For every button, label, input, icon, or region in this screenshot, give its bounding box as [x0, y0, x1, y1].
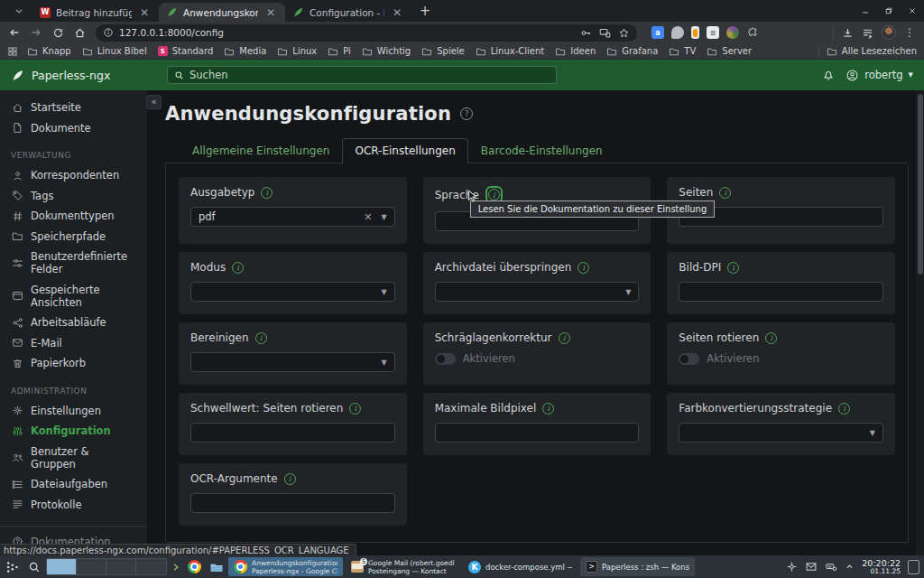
maximale-bildpixel-input[interactable]: [435, 423, 640, 443]
close-window-button[interactable]: [901, 0, 924, 22]
tab-ocr-einstellungen[interactable]: OCR-Einstellungen: [342, 138, 467, 163]
extension-icon[interactable]: [691, 26, 699, 39]
bookmark-star-icon[interactable]: [618, 27, 630, 39]
page-scrollbar[interactable]: [916, 90, 924, 555]
tab-allgemeine-einstellungen[interactable]: Allgemeine Einstellungen: [180, 138, 342, 163]
sidebar-item-email[interactable]: E-Mail: [0, 333, 147, 353]
restore-button[interactable]: [877, 0, 901, 22]
bereinigen-select[interactable]: ▼: [190, 352, 395, 372]
field-info-icon[interactable]: i: [719, 187, 731, 199]
url-bar[interactable]: 127.0.0.1:8000/config: [96, 24, 637, 42]
bookmark-linux[interactable]: Linux: [272, 45, 322, 58]
taskbar-task-3[interactable]: Kdocker-compose.yml — Kate: [463, 557, 578, 576]
taskbar-task-4[interactable]: >Paperless : zsh — Konsole: [580, 557, 695, 576]
extension-icon[interactable]: a: [651, 26, 664, 39]
browser-tab-2[interactable]: Anwendungskonfiguration✕: [159, 3, 285, 22]
sidebar-item-arbeitsablaeufe[interactable]: Arbeitsabläufe: [0, 312, 147, 332]
search-input[interactable]: [189, 69, 550, 81]
modus-select[interactable]: ▼: [190, 282, 395, 302]
field-info-icon[interactable]: i: [838, 403, 850, 415]
tray-expand-icon[interactable]: [845, 562, 855, 572]
schwellwert-seiten-rotieren-input[interactable]: [190, 423, 395, 443]
forward-icon[interactable]: [27, 23, 45, 42]
sidebar-item-papierkorb[interactable]: Papierkorb: [0, 353, 147, 373]
desktop-2[interactable]: [77, 559, 106, 574]
page-help-icon[interactable]: ?: [460, 107, 473, 120]
taskbar-task-2[interactable]: Google Mail (robert.goedl76)Posteingang …: [346, 557, 460, 576]
bookmark-tv[interactable]: TV: [663, 45, 701, 58]
back-icon[interactable]: [5, 23, 23, 42]
field-info-icon[interactable]: i: [765, 332, 777, 344]
minimize-button[interactable]: [854, 0, 877, 22]
bild-dpi-input[interactable]: [679, 282, 883, 302]
reload-icon[interactable]: [49, 23, 67, 42]
browser-sidepanel-icon[interactable]: [862, 27, 873, 39]
scrollbar-thumb[interactable]: [918, 94, 923, 275]
desktop-3[interactable]: [106, 559, 136, 574]
tray-widgets-icon[interactable]: [786, 561, 798, 573]
bookmark-linux-client[interactable]: Linux-Client: [470, 45, 550, 58]
ausgabetyp-select[interactable]: pdf✕▼: [190, 207, 395, 227]
downloads-icon[interactable]: [842, 27, 854, 39]
tray-input-devices-icon[interactable]: [825, 561, 837, 573]
sidebar-item-speicherpfade[interactable]: Speicherpfade: [0, 227, 147, 247]
browser-menu-icon[interactable]: ⋮: [904, 26, 915, 39]
url-text[interactable]: 127.0.0.1:8000/config: [119, 27, 575, 38]
sidebar-item-dokumente[interactable]: Dokumente: [0, 118, 147, 138]
bookmark-wichtig[interactable]: Wichtig: [356, 45, 416, 58]
browser-tab-1[interactable]: WBeitrag hinzufügen ‹ Linux✕: [32, 3, 159, 22]
show-desktop-button[interactable]: [908, 560, 919, 574]
file-manager-icon[interactable]: [207, 557, 226, 576]
paperless-brand[interactable]: Paperless-ngx: [11, 69, 164, 82]
home-icon[interactable]: [70, 23, 88, 42]
field-info-icon[interactable]: i: [578, 262, 589, 274]
sidebar-item-konfiguration[interactable]: Konfiguration: [0, 421, 147, 441]
site-info-icon[interactable]: [103, 27, 114, 38]
field-info-icon[interactable]: i: [727, 262, 739, 274]
virtual-desktop-pager[interactable]: [46, 558, 167, 575]
sidebar-item-gespeicherte-ansichten[interactable]: Gespeicherte Ansichten: [0, 280, 147, 312]
user-menu[interactable]: robertg ▼: [845, 69, 913, 82]
sidebar-collapse-button[interactable]: «: [146, 95, 162, 109]
tray-mail-icon[interactable]: [805, 561, 818, 573]
extension-icon[interactable]: ≡: [707, 26, 719, 39]
sidebar-item-benutzerdefinierte-felder[interactable]: Benutzerdefinierte Felder: [0, 247, 147, 279]
field-info-icon[interactable]: i: [488, 189, 500, 200]
bookmark-grafana[interactable]: Grafana: [601, 45, 663, 58]
field-info-icon[interactable]: i: [349, 403, 361, 415]
panel-expand-icon[interactable]: [170, 557, 182, 576]
sidebar-item-einstellungen[interactable]: Einstellungen: [0, 401, 147, 421]
new-tab-button[interactable]: +: [415, 1, 435, 21]
tab-close-icon[interactable]: ✕: [390, 6, 404, 19]
clear-icon[interactable]: ✕: [364, 211, 372, 223]
taskbar-task-1[interactable]: Anwendungskonfiguration -Paperless-ngx -…: [228, 557, 343, 576]
field-info-icon[interactable]: i: [261, 187, 273, 199]
ocr-argumente-input[interactable]: [190, 493, 395, 513]
desktop-4[interactable]: [136, 559, 166, 574]
app-launcher-icon[interactable]: [3, 557, 22, 576]
extension-icon[interactable]: [726, 26, 739, 39]
tab-close-icon[interactable]: ✕: [263, 6, 278, 19]
clock[interactable]: 20:20:22 01.11.25: [862, 559, 901, 575]
archivdatei-ueberspringen-select[interactable]: ▼: [435, 282, 640, 302]
all-bookmarks-label[interactable]: Alle Lesezeichen: [842, 46, 917, 56]
bookmark-pi[interactable]: Pi: [322, 45, 356, 58]
bookmark-linux-bibel[interactable]: Linux Bibel: [77, 45, 152, 58]
bookmark-knapp[interactable]: Knapp: [22, 45, 77, 58]
sidebar-item-dokumenttypen[interactable]: Dokumenttypen: [0, 206, 147, 226]
bookmark-ideen[interactable]: Ideen: [550, 45, 601, 58]
extension-icon[interactable]: [671, 26, 684, 39]
send-to-device-icon[interactable]: [599, 27, 611, 39]
field-info-icon[interactable]: i: [255, 332, 267, 344]
field-info-icon[interactable]: i: [284, 473, 296, 485]
bell-icon[interactable]: [822, 69, 835, 81]
sidebar-item-tags[interactable]: Tags: [0, 186, 147, 206]
bookmark-spiele[interactable]: Spiele: [416, 45, 470, 58]
browser-tab-3[interactable]: Configuration - Paperless-n✕: [285, 3, 411, 22]
field-info-icon[interactable]: i: [542, 403, 554, 415]
tab-barcode-einstellungen[interactable]: Barcode-Einstellungen: [468, 138, 615, 163]
schraeglagenkorrektur-toggle[interactable]: [435, 353, 456, 365]
field-info-icon[interactable]: i: [232, 262, 244, 274]
tab-search-button[interactable]: [7, 3, 31, 19]
password-key-icon[interactable]: [580, 27, 592, 39]
